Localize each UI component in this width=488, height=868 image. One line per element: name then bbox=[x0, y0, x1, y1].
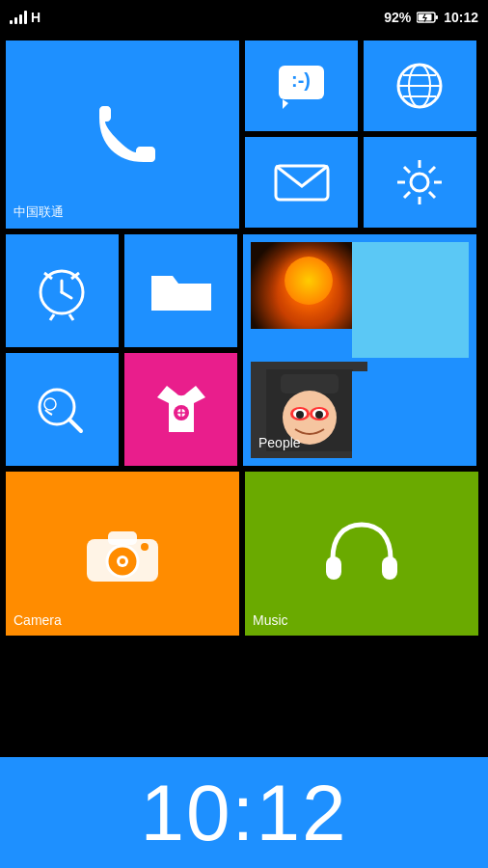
camera-tile[interactable]: Camera bbox=[6, 472, 239, 636]
tile-row-1: 中国联通 :-) bbox=[6, 41, 482, 229]
svg-point-11 bbox=[411, 174, 428, 191]
battery-percent: 92% bbox=[384, 10, 411, 25]
svg-line-18 bbox=[429, 167, 435, 173]
clock-status: 10:12 bbox=[444, 10, 478, 25]
svg-point-28 bbox=[44, 398, 56, 410]
top-small-row: :-) bbox=[245, 41, 476, 131]
svg-point-41 bbox=[296, 411, 304, 419]
people-tile[interactable]: People bbox=[243, 234, 476, 466]
camera-icon bbox=[79, 520, 166, 587]
people-tile-inner: People bbox=[251, 242, 469, 458]
web-search-icon bbox=[31, 378, 94, 441]
signal-icon bbox=[10, 11, 27, 24]
svg-rect-44 bbox=[108, 531, 137, 545]
people-label: People bbox=[258, 435, 301, 450]
globe-icon bbox=[393, 60, 447, 113]
camera-label: Camera bbox=[14, 612, 62, 628]
settings-tile[interactable] bbox=[364, 137, 476, 228]
email-icon bbox=[273, 161, 331, 204]
shirt-tile[interactable] bbox=[124, 353, 237, 466]
svg-line-16 bbox=[404, 167, 410, 173]
svg-rect-50 bbox=[326, 556, 341, 580]
svg-line-22 bbox=[62, 292, 71, 298]
svg-line-19 bbox=[404, 192, 410, 198]
people-photo-empty-2 bbox=[352, 371, 469, 458]
shirt-icon bbox=[148, 376, 215, 444]
svg-line-17 bbox=[429, 192, 435, 198]
clock-tile[interactable] bbox=[6, 234, 119, 347]
bottom-small-row bbox=[245, 137, 476, 228]
search-tile[interactable] bbox=[6, 353, 119, 466]
tile-row-4: Camera Music bbox=[6, 472, 482, 636]
folder-tile[interactable] bbox=[124, 234, 237, 347]
svg-rect-51 bbox=[382, 556, 397, 580]
phone-tile[interactable]: 中国联通 bbox=[6, 41, 239, 229]
svg-point-42 bbox=[315, 411, 323, 419]
people-photo-1 bbox=[251, 242, 367, 329]
email-tile[interactable] bbox=[245, 137, 358, 228]
svg-line-29 bbox=[69, 420, 81, 431]
tile-row-23: People bbox=[6, 234, 482, 466]
network-type: H bbox=[31, 10, 41, 25]
search-shirt-row bbox=[6, 353, 237, 466]
status-right: 92% 10:12 bbox=[384, 10, 478, 25]
browser-tile[interactable] bbox=[364, 41, 476, 131]
tile-grid: 中国联通 :-) bbox=[0, 35, 488, 641]
status-bar: H 92% 10:12 bbox=[0, 0, 488, 35]
svg-text::-): :-) bbox=[291, 69, 311, 91]
svg-rect-1 bbox=[436, 15, 439, 19]
svg-point-48 bbox=[120, 558, 125, 564]
messaging-tile[interactable]: :-) bbox=[245, 41, 358, 131]
svg-point-49 bbox=[141, 543, 149, 551]
folder-icon bbox=[148, 264, 215, 317]
right-small-col: :-) bbox=[245, 41, 476, 229]
battery-icon bbox=[417, 12, 438, 23]
svg-line-25 bbox=[50, 314, 54, 320]
carrier-label: 中国联通 bbox=[14, 203, 64, 221]
svg-line-26 bbox=[69, 314, 73, 320]
time-large: 10:12 bbox=[140, 773, 347, 853]
alarm-clock-icon bbox=[31, 259, 94, 322]
music-label: Music bbox=[253, 612, 288, 628]
status-left: H bbox=[10, 10, 41, 25]
settings-icon bbox=[393, 156, 447, 209]
phone-icon bbox=[84, 96, 161, 174]
music-tile[interactable]: Music bbox=[245, 472, 478, 636]
clock-folder-row bbox=[6, 234, 237, 347]
people-photo-empty-1 bbox=[352, 242, 469, 358]
messaging-icon: :-) bbox=[275, 62, 328, 110]
time-display: 10:12 bbox=[0, 757, 488, 868]
headphones-icon bbox=[318, 515, 405, 592]
left-2-col bbox=[6, 234, 237, 466]
